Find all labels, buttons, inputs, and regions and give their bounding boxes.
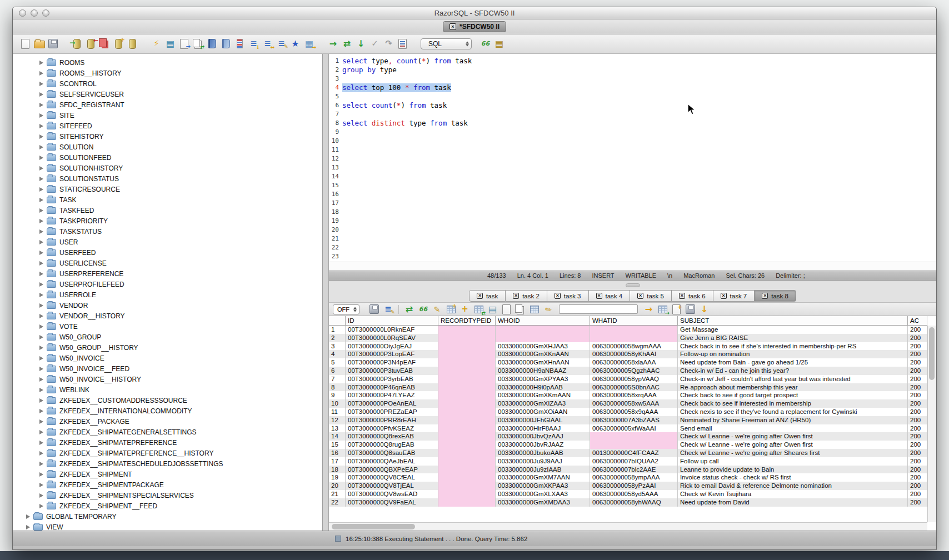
log-icon[interactable]: [396, 38, 409, 50]
expand-triangle-icon[interactable]: [39, 335, 43, 339]
editor-line[interactable]: 18: [329, 208, 936, 217]
result-tab-close-icon[interactable]: ×: [596, 293, 602, 299]
cell-whatid[interactable]: [590, 334, 678, 342]
cell-whatid[interactable]: 006300000058ypVAAQ: [590, 375, 678, 383]
result-tab[interactable]: × task 6: [672, 290, 713, 302]
editor-line[interactable]: 10: [329, 137, 936, 146]
align-results-icon[interactable]: ≡: [261, 38, 274, 50]
cell-whatid[interactable]: 006300000058yKhAAI: [590, 350, 678, 358]
result-tab-close-icon[interactable]: ×: [555, 293, 561, 299]
editor-line[interactable]: 20: [329, 226, 936, 234]
result-tab[interactable]: × task 7: [713, 290, 755, 302]
cell-subject[interactable]: Check back to see if good target prospec…: [678, 391, 908, 399]
disconnect-icon[interactable]: [84, 38, 98, 50]
cell-rownum[interactable]: 3: [329, 342, 346, 351]
cell-subject[interactable]: Check w/ Leanne - we're going after Owen…: [678, 432, 908, 441]
cell-activitydate[interactable]: 200: [908, 375, 927, 383]
cell-id[interactable]: 00T3000000OiyJgEAJ: [346, 342, 438, 351]
result-tab-close-icon[interactable]: ×: [513, 293, 519, 299]
cell-activitydate[interactable]: 200: [908, 391, 927, 399]
cell-rownum[interactable]: 18: [329, 466, 346, 474]
cell-subject[interactable]: Follow up call: [678, 457, 908, 466]
execute-lightning-icon[interactable]: ⚡: [149, 38, 163, 50]
tree-item-table[interactable]: ZKFEDEX__SHIPMATESCHEDULEDJOBSSETTINGS: [13, 458, 322, 469]
tree-item-table[interactable]: USERFEED: [13, 247, 322, 258]
table-row[interactable]: 9 00T3000000P47LYEAZ 0033000000GmXKmAAN …: [329, 391, 927, 399]
table-row[interactable]: 22 00T3000000QV9FaEAL 0033000000GmXMDAA3…: [329, 498, 927, 507]
find-next-icon[interactable]: →: [642, 303, 656, 316]
cell-id[interactable]: 00T3000000POeAnEAL: [346, 399, 438, 408]
cell-whatid[interactable]: 006300000058wgmAAA: [590, 342, 678, 351]
expand-triangle-icon[interactable]: [39, 187, 43, 192]
execute-fetch-icon[interactable]: ↓: [354, 38, 368, 50]
cell-activitydate[interactable]: 200: [908, 416, 927, 424]
cell-recordtypeid[interactable]: [438, 391, 496, 399]
describe-list-icon[interactable]: ▤: [492, 38, 506, 50]
expand-triangle-icon[interactable]: [39, 314, 43, 318]
tree-item-table[interactable]: SCONTROL: [13, 78, 322, 89]
expand-triangle-icon[interactable]: [39, 61, 43, 65]
cell-whatid[interactable]: 006300000058yd5AAA: [590, 490, 678, 498]
expand-triangle-icon[interactable]: [39, 156, 43, 160]
sql-mode-select[interactable]: SQL: [421, 38, 472, 49]
cell-whoid[interactable]: 0033000000Ju9zIAAB: [496, 466, 590, 474]
tree-item-table[interactable]: USERPREFERENCE: [13, 268, 322, 279]
database-icon[interactable]: [126, 38, 139, 50]
expand-triangle-icon[interactable]: [39, 229, 43, 234]
editor-line[interactable]: 1 select type, count(*) from task: [329, 57, 936, 66]
tree-item-table[interactable]: ZKFEDEX__SHIPMENTSPECIALSERVICES: [13, 490, 322, 501]
cell-whoid[interactable]: 0033000000GmXPYAA3: [496, 375, 590, 383]
expand-triangle-icon[interactable]: [39, 145, 43, 149]
table-row[interactable]: 4 00T3000000P3LopEAF 0033000000GmXKnAAN …: [329, 350, 927, 358]
export-grid-icon[interactable]: [656, 303, 670, 316]
tree-item-table[interactable]: SFDC_REGISTRANT: [13, 99, 322, 110]
cell-subject[interactable]: Check-in w/ Ed - can he join this year?: [678, 367, 908, 375]
cell-whoid[interactable]: 0033000000GmXHJAA3: [496, 342, 590, 351]
tree-item-root[interactable]: GLOBAL TEMPORARY: [13, 511, 322, 522]
cell-whoid[interactable]: 0033000000Ju9J9AAJ: [496, 457, 590, 466]
tree-item-table[interactable]: SOLUTIONSTATUS: [13, 173, 322, 184]
cell-activitydate[interactable]: 200: [908, 441, 927, 449]
editor-line[interactable]: 9: [329, 128, 936, 137]
cell-whoid[interactable]: 0033000000GmXIZAA3: [496, 399, 590, 408]
cell-recordtypeid[interactable]: [438, 416, 496, 424]
favorites-star-icon[interactable]: ★: [288, 38, 302, 50]
cell-activitydate[interactable]: 200: [908, 482, 927, 490]
cell-whatid[interactable]: 0013000000C4fFCAAZ: [590, 449, 678, 457]
table-row[interactable]: 2 00T3000000L0RqSEAV Give Jenn a BIG RAI…: [329, 334, 927, 342]
table-row[interactable]: 15 00T3000000Q8rugEAB 0033000000JbvRJAAZ…: [329, 441, 927, 449]
editor-line[interactable]: 14: [329, 172, 936, 181]
tree-item-table[interactable]: ZKFEDEX__PACKAGE: [13, 416, 322, 427]
cell-whatid[interactable]: [590, 441, 678, 449]
cell-subject[interactable]: Nominated by Shane Freeman at ANZ (HR50): [678, 416, 908, 424]
cell-activitydate[interactable]: 200: [908, 408, 927, 416]
expand-triangle-icon[interactable]: [39, 388, 43, 392]
tree-item-table[interactable]: ZKFEDEX__SHIPMENT: [13, 469, 322, 479]
tree-item-table[interactable]: ZKFEDEX__SHIPMENTPACKAGE: [13, 479, 322, 490]
cell-rownum[interactable]: 11: [329, 408, 346, 416]
cell-rownum[interactable]: 21: [329, 490, 346, 498]
cell-whoid[interactable]: [496, 334, 590, 342]
cell-recordtypeid[interactable]: [438, 432, 496, 441]
cell-whoid[interactable]: [496, 326, 590, 334]
refresh-results-icon[interactable]: ⇄: [402, 303, 416, 316]
cell-activitydate[interactable]: 200: [908, 334, 927, 342]
result-tab-close-icon[interactable]: ×: [637, 293, 643, 299]
cell-activitydate[interactable]: 200: [908, 326, 927, 334]
hscroll-thumb[interactable]: [332, 524, 415, 529]
commit-icon[interactable]: ✓: [368, 38, 382, 50]
tree-item-table[interactable]: ZKFEDEX__SHIPMATEPREFERENCE__HISTORY: [13, 448, 322, 458]
cell-rownum[interactable]: 13: [329, 424, 346, 433]
editor-line[interactable]: 13: [329, 163, 936, 172]
expand-triangle-icon[interactable]: [39, 71, 43, 76]
expand-triangle-icon[interactable]: [26, 525, 30, 529]
cell-activitydate[interactable]: 200: [908, 358, 927, 367]
cell-id[interactable]: 00T3000000QV8CfEAL: [346, 473, 438, 482]
tree-item-table[interactable]: SELFSERVICEUSER: [13, 89, 322, 99]
table-row[interactable]: 11 00T3000000PREZaEAP 0033000000GmXOiAAN…: [329, 408, 927, 416]
cell-recordtypeid[interactable]: [438, 399, 496, 408]
expand-triangle-icon[interactable]: [39, 219, 43, 223]
cell-whoid[interactable]: 0033000000GmXKmAAN: [496, 391, 590, 399]
cell-activitydate[interactable]: 200: [908, 490, 927, 498]
cell-subject[interactable]: Check-in w/ Jeff - couldn't afford last …: [678, 375, 908, 383]
